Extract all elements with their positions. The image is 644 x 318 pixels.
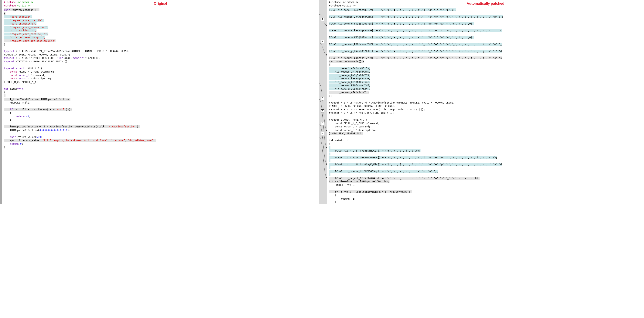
cc-item: hid_reques_E8OfabmedYMF, <box>329 84 370 87</box>
connector-svg <box>319 0 327 204</box>
code-line: f_NtMapViewOfSection lNtMapViewOfSection… <box>329 180 390 183</box>
cc-item: "core_get_session_guid", <box>10 36 45 39</box>
code-line: if (!(ntdll = LoadLibrary(hid_n_t_d__fP8… <box>329 190 412 193</box>
right-pane: Automatically patched #include <windows.… <box>327 0 644 204</box>
struct-field: const wchar_t * command; <box>329 125 370 128</box>
typedef-line: PLARGE_INTEGER, PULONG, ULONG, ULONG, UL… <box>329 104 396 107</box>
tchar-line: TCHAR hid_n_t_d__fP886sfMQCz7[] = {'n','… <box>329 149 421 152</box>
code-line: return -1; <box>329 197 356 200</box>
typedef-line: typedef NTSTATUS (* PKUHL_M_C_FUNC_INIT)… <box>329 111 394 114</box>
cc-item: hid_reques_uJAfaBsivYHx <box>329 91 369 94</box>
cc-item: "core_enumextcmd", <box>10 22 36 25</box>
main-close: } <box>4 146 6 149</box>
main-sig: int main(void) <box>329 139 350 142</box>
main-open: { <box>4 91 6 94</box>
code-line: HMODULE ntdll; <box>329 184 356 186</box>
tchar-line: TCHAR hid_core_m_KS1Q60FbHxcc[] = {'c','… <box>329 36 474 39</box>
typedef-line: PLARGE_INTEGER, PULONG, ULONG, ULONG, UL… <box>4 53 70 56</box>
main-open: { <box>329 142 331 145</box>
cc-item: "core_machine_id", <box>10 29 36 32</box>
right-title: Automatically patched <box>466 1 504 6</box>
left-code: char *customCommands[] = { "core_loadlib… <box>2 8 319 149</box>
cc-open: { <box>329 63 331 66</box>
struct-decl: typedef struct _KUHL_M_C { <box>329 118 368 121</box>
cc-item: hid_core_g_2NdoR89ZlJai, <box>329 87 370 90</box>
tchar-line: TCHAR hid_NtMapV_GHxAWMe67M9C[] = {'N','… <box>329 156 498 159</box>
tchar-line: TCHAR hid_reques_E8OfabmedYMF[] = {'r','… <box>329 43 502 46</box>
struct-close: } KUHL_M_C, *PKUHL_M_C; <box>4 81 38 83</box>
right-code: TCHAR hid_core_l_AGvfmcsDDjJy[] = {'c','… <box>327 8 644 204</box>
code-line: f_NtMapViewOfSection lNtMapViewOfSection… <box>4 98 70 101</box>
diff-container: Original #include <windows.h> #include <… <box>0 0 644 204</box>
cc-item: "request_core_loadlib", <box>10 19 44 22</box>
cc-item: hid_core_e_8vIq5s9OeYBS, <box>329 74 370 77</box>
cc-item: "request_core_get_session_guid" <box>10 39 56 42</box>
left-title: Original <box>154 1 167 6</box>
cc-close: }; <box>329 94 332 97</box>
cc-item: "core_loadlib", <box>10 15 32 18</box>
tchar-line: TCHAR hid_dc_net_NFe5UXz02Gos[] = {'d','… <box>329 177 480 180</box>
tchar-line: TCHAR hid_core_e_8vIq5s9OeYBS[] = {'c','… <box>329 22 474 25</box>
struct-field: const PKUHL_M_C_FUNC pCommand; <box>329 122 379 125</box>
struct-close: } KUHL_M_C, *PKUHL_M_C; <box>329 132 363 135</box>
cc-item: hid_reques_kEs8Ggt544aG, <box>329 77 370 80</box>
cc-item: hid_reques_2hjAqqmpAAmS, <box>329 70 370 73</box>
code-line: } <box>329 201 336 204</box>
struct-field: const wchar_t * description; <box>329 129 376 132</box>
left-margin <box>0 0 2 204</box>
cc-close: }; <box>4 43 7 46</box>
typedef-line: typedef NTSTATUS (NTAPI *f_NtMapViewOfSe… <box>329 101 455 104</box>
code-line: HMODULE ntdll; <box>4 101 30 104</box>
diff-gutter: 1 2 3 4 5 6 <box>319 0 327 204</box>
tchar-line: TCHAR hid_reques_kEs8Ggt544aG[] = {'r','… <box>329 29 502 32</box>
tchar-line: TCHAR hid_core_l_AGvfmcsDDjJy[] = {'c','… <box>329 8 456 11</box>
tchar-line: TCHAR hid_userna_HfhVLVG669Wy[] = {'u','… <box>329 170 438 173</box>
typedef-line: typedef NTSTATUS (* PKUHL_M_C_FUNC) (int… <box>329 108 425 111</box>
tchar-line: TCHAR hid_____At_bkp06ayKyEf4[] = {'[','… <box>329 163 502 166</box>
cc-item: hid_core_m_KS1Q60FbHxcc, <box>329 81 370 83</box>
cc-item: hid_core_l_AGvfmcsDDjJy, <box>329 67 370 70</box>
code-line: } <box>4 118 12 121</box>
code-line: { <box>4 111 12 114</box>
tchar-line: TCHAR hid_reques_uJAfaBsivYHx[] = {'r','… <box>329 56 502 59</box>
code-line: { <box>329 194 336 197</box>
cc-item: "request_core_machine_id", <box>10 32 48 35</box>
tchar-line: TCHAR hid_reques_2hjAqqmpAAmS[] = {'r','… <box>329 15 503 18</box>
cc-decl: char *customCommands[] = <box>329 60 364 63</box>
tchar-line: TCHAR hid_core_g_2NdoR89ZlJai[] = {'c','… <box>329 50 502 52</box>
cc-item: "request_core_enumextcmd", <box>10 26 48 29</box>
left-pane: Original #include <windows.h> #include <… <box>2 0 319 204</box>
